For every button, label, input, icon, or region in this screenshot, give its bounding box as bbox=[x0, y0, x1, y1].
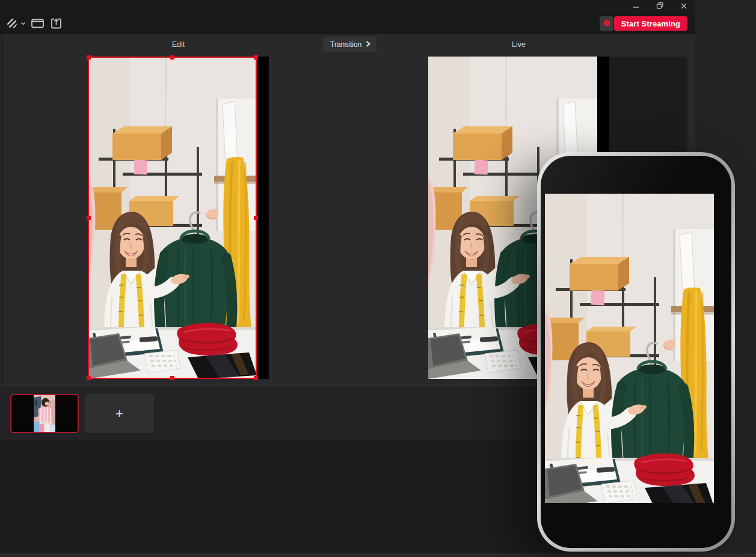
main-toolbar: Start Streaming bbox=[0, 13, 695, 34]
selection-handle[interactable] bbox=[254, 216, 258, 220]
transition-button[interactable]: Transition bbox=[323, 37, 376, 52]
edit-live-divider bbox=[352, 34, 352, 386]
start-streaming-button[interactable]: Start Streaming bbox=[614, 16, 687, 31]
record-button[interactable] bbox=[600, 16, 613, 31]
selection-handle[interactable] bbox=[87, 216, 91, 220]
phone-screen-preview bbox=[545, 194, 714, 503]
selection-handle[interactable] bbox=[254, 55, 258, 60]
live-panel-label: Live bbox=[428, 34, 609, 55]
selection-handle[interactable] bbox=[170, 376, 174, 380]
transition-button-label: Transition bbox=[330, 40, 361, 49]
add-scene-button[interactable]: + bbox=[85, 394, 154, 433]
source-selection-border bbox=[88, 57, 257, 379]
close-icon bbox=[680, 1, 687, 12]
bottom-edge-strip bbox=[0, 553, 756, 557]
title-bar bbox=[0, 0, 695, 13]
selection-handle[interactable] bbox=[87, 55, 91, 60]
transition-style-icon[interactable] bbox=[6, 17, 19, 29]
display-window-icon[interactable] bbox=[31, 18, 45, 29]
phone-mockup bbox=[537, 152, 735, 552]
minimize-button[interactable] bbox=[632, 2, 640, 11]
close-button[interactable] bbox=[680, 2, 688, 11]
toolbar-left-group bbox=[6, 13, 63, 34]
chevron-down-icon[interactable] bbox=[20, 22, 26, 26]
restore-icon bbox=[656, 1, 664, 12]
desktop-backdrop: { "titlebar": { "controls": [ { "name": … bbox=[0, 0, 756, 557]
edit-canvas bbox=[88, 57, 269, 379]
selection-handle[interactable] bbox=[254, 376, 258, 380]
chevron-right-icon bbox=[366, 40, 370, 49]
left-gutter bbox=[0, 34, 6, 386]
record-dot-icon bbox=[603, 18, 610, 29]
share-upload-icon[interactable] bbox=[50, 17, 63, 29]
edit-panel-label: Edit bbox=[88, 34, 269, 55]
selection-handle[interactable] bbox=[87, 376, 91, 380]
restore-button[interactable] bbox=[656, 2, 664, 11]
selection-handle[interactable] bbox=[170, 55, 174, 60]
minimize-icon bbox=[632, 1, 639, 12]
window-controls bbox=[632, 0, 688, 13]
scene-thumbnail-selected[interactable] bbox=[10, 394, 79, 433]
